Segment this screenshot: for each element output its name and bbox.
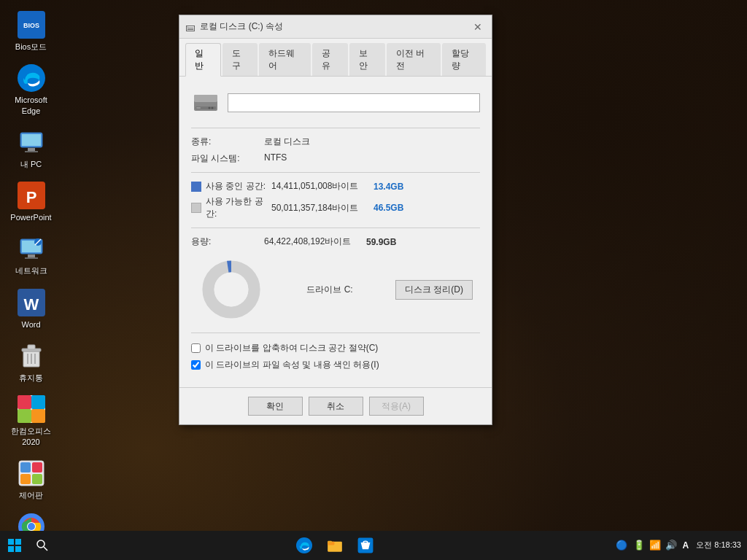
svg-rect-23	[18, 395, 31, 409]
desktop: BIOS Bios모드 Microsoft Edge	[0, 0, 747, 560]
svg-point-54	[214, 273, 249, 307]
dialog-content: 종류: 로컬 디스크 파일 시스템: NTFS 사용 중인 공간: 14,411…	[179, 77, 492, 387]
capacity-label: 용량:	[191, 236, 264, 248]
svg-rect-58	[15, 546, 21, 552]
powerpoint-icon-label: PowerPoint	[10, 212, 51, 222]
dialog-close-button[interactable]: ✕	[470, 19, 486, 35]
used-color-box	[191, 182, 201, 192]
dialog-buttons: 확인 취소 적용(A)	[179, 387, 492, 424]
svg-point-61	[296, 537, 312, 553]
svg-rect-64	[328, 541, 332, 543]
capacity-row: 용량: 64,422,408,192바이트 59.9GB	[191, 236, 480, 248]
separator-1	[191, 128, 480, 128]
taskbar-search-button[interactable]	[29, 531, 55, 560]
tray-language[interactable]: A	[683, 540, 689, 551]
drive-icon	[191, 88, 220, 117]
svg-rect-28	[20, 462, 31, 472]
desktop-icon-hancom[interactable]: 한컴오피스 2020	[4, 392, 58, 450]
network-icon	[17, 234, 46, 263]
svg-rect-4	[22, 134, 41, 146]
desktop-icon-word[interactable]: W Word	[4, 285, 58, 332]
used-size: 13.4GB	[374, 182, 403, 192]
disk-cleanup-button[interactable]: 디스크 정리(D)	[395, 280, 473, 300]
tab-sharing[interactable]: 공유	[312, 43, 348, 76]
tray-network: 📶	[649, 540, 661, 551]
tray-time-text: 오전 8:18:33	[696, 540, 741, 551]
svg-rect-18	[28, 345, 35, 349]
free-label: 사용 가능한 공간:	[206, 195, 271, 220]
svg-rect-24	[31, 395, 45, 409]
start-button[interactable]	[0, 531, 29, 560]
cancel-button[interactable]: 취소	[309, 397, 363, 416]
index-drive-label: 이 드라이브의 파일 속성 및 내용 색인 허용(I)	[205, 359, 379, 371]
taskbar-explorer-app[interactable]	[320, 531, 349, 560]
hancom-icon	[17, 394, 46, 424]
desktop-icon-controlpanel[interactable]: 제어판	[4, 456, 58, 503]
capacity-bytes: 64,422,408,192바이트	[264, 236, 366, 248]
compress-drive-checkbox-row[interactable]: 이 드라이브를 압축하여 디스크 공간 절약(C)	[191, 342, 480, 354]
svg-rect-55	[8, 539, 14, 545]
compress-drive-checkbox[interactable]	[191, 343, 201, 353]
drive-header	[191, 88, 480, 117]
separator-2	[191, 172, 480, 173]
tab-quota[interactable]: 할당량	[442, 43, 486, 76]
ok-button[interactable]: 확인	[248, 397, 303, 416]
svg-rect-56	[15, 539, 21, 545]
taskbar-edge-app[interactable]	[290, 531, 319, 560]
svg-line-60	[44, 547, 47, 551]
dialog-tabs: 일반 도구 하드웨어 공유 보안 이전 버전 할당량	[179, 39, 492, 77]
chart-area: 드라이브 C: 디스크 정리(D)	[191, 257, 480, 322]
taskbar-store-app[interactable]	[351, 531, 380, 560]
tab-previous[interactable]: 이전 버전	[387, 43, 441, 76]
desktop-icon-bios[interactable]: BIOS Bios모드	[4, 7, 58, 55]
mypc-icon	[17, 128, 46, 157]
svg-rect-5	[28, 148, 35, 151]
desktop-icons-container: BIOS Bios모드 Microsoft Edge	[4, 7, 58, 560]
filesystem-row: 파일 시스템: NTFS	[191, 152, 480, 165]
svg-rect-12	[25, 257, 38, 259]
free-color-box	[191, 203, 201, 213]
bios-icon: BIOS	[17, 10, 46, 39]
type-label: 종류:	[191, 136, 264, 148]
taskbar-apps	[55, 531, 616, 560]
svg-text:W: W	[23, 295, 39, 313]
free-size: 46.5GB	[374, 203, 403, 213]
tray-notification[interactable]: 🔵	[616, 540, 627, 551]
taskbar: 🔵 🔋 📶 🔊 A 오전 8:18:33	[0, 531, 747, 560]
svg-rect-11	[28, 254, 35, 257]
apply-button[interactable]: 적용(A)	[369, 397, 424, 416]
tab-hardware[interactable]: 하드웨어	[259, 43, 311, 76]
desktop-icon-powerpoint[interactable]: P PowerPoint	[4, 178, 58, 225]
drive-name-input[interactable]	[228, 93, 480, 112]
tray-volume[interactable]: 🔊	[665, 540, 677, 551]
dialog-titlebar: 🖴 로컬 디스크 (C:) 속성 ✕	[179, 15, 492, 39]
svg-rect-26	[31, 409, 45, 423]
tray-battery: 🔋	[633, 540, 645, 551]
desktop-icon-mypc[interactable]: 내 PC	[4, 125, 58, 172]
desktop-icon-network[interactable]: 네트워크	[4, 231, 58, 279]
checkbox-area: 이 드라이브를 압축하여 디스크 공간 절약(C) 이 드라이브의 파일 속성 …	[191, 332, 480, 371]
tab-security[interactable]: 보안	[349, 43, 385, 76]
tab-general[interactable]: 일반	[185, 43, 221, 77]
index-drive-checkbox-row[interactable]: 이 드라이브의 파일 속성 및 내용 색인 허용(I)	[191, 359, 480, 371]
tray-clock[interactable]: 오전 8:18:33	[696, 540, 741, 551]
tab-tools[interactable]: 도구	[222, 43, 258, 76]
dialog-title-icon: 🖴	[185, 21, 196, 33]
bios-icon-label: Bios모드	[15, 42, 47, 52]
properties-dialog: 🖴 로컬 디스크 (C:) 속성 ✕ 일반 도구 하드웨어 공유 보안 이전 버…	[179, 15, 492, 425]
svg-rect-6	[25, 151, 38, 152]
svg-point-2	[18, 64, 45, 92]
type-row: 종류: 로컬 디스크	[191, 136, 480, 148]
index-drive-checkbox[interactable]	[191, 360, 201, 370]
svg-point-50	[212, 107, 214, 109]
used-space-row: 사용 중인 공간: 14,411,051,008바이트 13.4GB	[191, 180, 480, 192]
powerpoint-icon: P	[17, 181, 46, 210]
used-bytes: 14,411,051,008바이트	[271, 180, 374, 192]
used-label: 사용 중인 공간:	[206, 180, 271, 192]
desktop-icon-edge[interactable]: Microsoft Edge	[4, 61, 58, 119]
trash-icon	[17, 341, 46, 370]
controlpanel-icon	[17, 459, 46, 488]
svg-rect-30	[20, 474, 31, 484]
desktop-icon-trash[interactable]: 휴지통	[4, 338, 58, 386]
svg-rect-31	[32, 474, 42, 484]
